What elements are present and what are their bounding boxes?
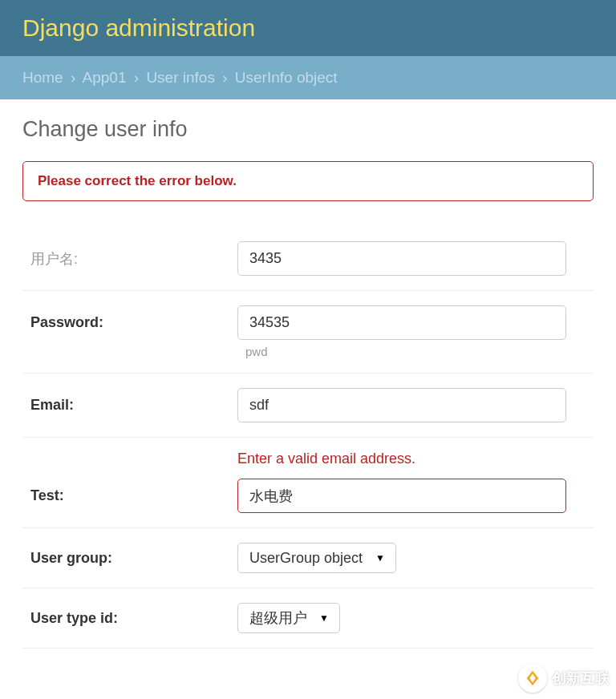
email-label: Email: (30, 397, 237, 414)
username-label: 用户名: (30, 249, 237, 269)
watermark: 创新互联 (518, 664, 610, 666)
email-input[interactable] (237, 388, 566, 422)
breadcrumb: Home › App01 › User infos › UserInfo obj… (0, 56, 616, 99)
user-group-select[interactable]: UserGroup object (237, 543, 396, 573)
field-user-group-row: User group: UserGroup object ▼ (22, 528, 594, 588)
user-type-select[interactable]: 超级用户 (237, 603, 340, 633)
site-title: Django administration (22, 14, 255, 41)
field-password-row: Password: pwd (22, 291, 594, 374)
test-error-message: Enter a valid email address. (237, 451, 586, 467)
test-label: Test: (30, 487, 237, 504)
password-label: Password: (30, 314, 237, 331)
user-group-label: User group: (30, 550, 237, 567)
page-title: Change user info (22, 117, 594, 142)
field-test-row: Enter a valid email address. Test: (22, 438, 594, 528)
watermark-icon (518, 664, 547, 666)
field-username-row: 用户名: (22, 227, 594, 291)
error-note: Please correct the error below. (22, 161, 594, 201)
breadcrumb-app[interactable]: App01 (83, 69, 127, 86)
test-input[interactable] (237, 479, 566, 513)
breadcrumb-separator: › (134, 69, 139, 86)
breadcrumb-separator: › (222, 69, 227, 86)
user-type-label: User type id: (30, 610, 237, 627)
username-input[interactable] (237, 241, 566, 276)
breadcrumb-separator: › (71, 69, 75, 86)
password-input[interactable] (237, 305, 566, 340)
content-area: Change user info Please correct the erro… (0, 99, 616, 666)
field-user-type-row: User type id: 超级用户 ▼ (22, 588, 594, 648)
password-help: pwd (245, 345, 268, 358)
breadcrumb-current: UserInfo object (235, 69, 338, 86)
breadcrumb-model[interactable]: User infos (146, 69, 215, 86)
breadcrumb-home[interactable]: Home (22, 69, 63, 86)
field-email-row: Email: (22, 374, 594, 438)
admin-header: Django administration (0, 0, 616, 56)
